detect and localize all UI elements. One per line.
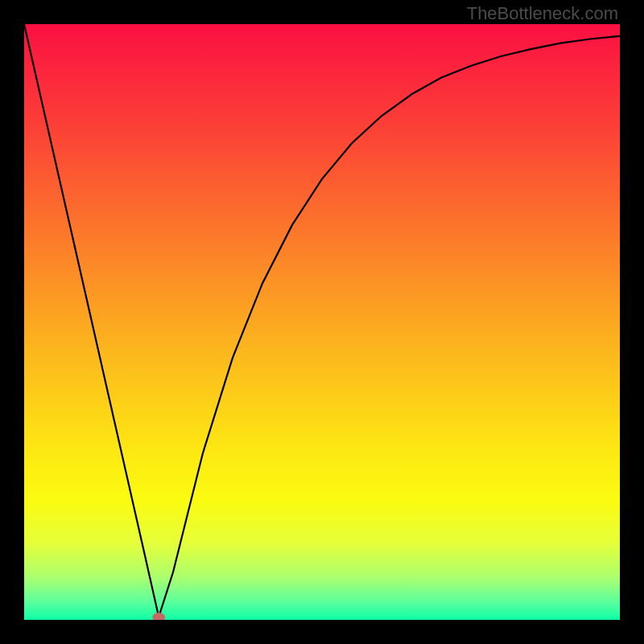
chart-container: TheBottleneck.com [0,0,644,644]
gradient-background [24,24,620,620]
chart-svg [24,24,620,620]
plot-area [24,24,620,620]
watermark-text: TheBottleneck.com [467,3,618,24]
